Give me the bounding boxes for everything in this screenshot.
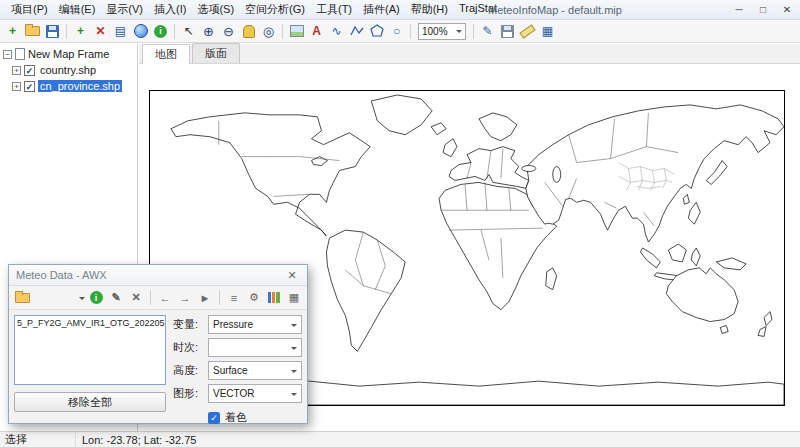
draw-ellipse-icon[interactable]: ○ — [387, 22, 406, 41]
toolbar-separator — [410, 24, 411, 39]
list-item[interactable]: 5_P_FY2G_AMV_IR1_OTG_20220520_0530.AWX — [17, 317, 163, 329]
list-icon[interactable]: ≡ — [225, 289, 243, 307]
next-time-icon[interactable]: → — [176, 289, 194, 307]
variable-value: Pressure — [213, 319, 253, 330]
layer-label[interactable]: country.shp — [38, 64, 98, 76]
status-mode: 选择 — [0, 432, 76, 447]
chevron-down-icon — [456, 30, 462, 36]
tab-layout[interactable]: 版面 — [192, 43, 240, 63]
pen-edit-icon[interactable]: ✎ — [478, 22, 497, 41]
level-select[interactable]: Surface — [208, 361, 302, 380]
open-project-icon[interactable] — [23, 22, 42, 41]
status-coordinates: Lon: -23.78; Lat: -32.75 — [76, 434, 202, 446]
info-glyph: i — [90, 291, 103, 304]
select-arrow-icon[interactable]: ↖ — [179, 22, 198, 41]
maximize-icon[interactable]: □ — [756, 4, 770, 15]
dialog-title-bar[interactable]: Meteo Data - AWX ✕ — [9, 265, 307, 286]
colored-checkbox[interactable] — [208, 412, 220, 424]
graphics-value: VECTOR — [213, 388, 255, 399]
open-data-icon[interactable] — [13, 289, 31, 307]
disk-glyph — [501, 25, 514, 38]
map-frame-label: New Map Frame — [28, 48, 109, 60]
meteo-data-dialog: Meteo Data - AWX ✕ i ✎ ✕ ← → ► ≡ ⚙ ▦ 5_P… — [8, 264, 308, 424]
folder-glyph — [15, 293, 30, 303]
dialog-body: 5_P_FY2G_AMV_IR1_OTG_20220520_0530.AWX 移… — [9, 310, 307, 425]
chevron-down-icon — [291, 370, 297, 376]
previous-time-icon[interactable]: ← — [156, 289, 174, 307]
menu-tools[interactable]: 工具(T) — [311, 0, 357, 19]
dialog-close-icon[interactable]: ✕ — [284, 269, 300, 282]
full-extent-icon[interactable]: ◎ — [259, 22, 278, 41]
chevron-down-icon — [291, 324, 297, 330]
image-icon[interactable] — [287, 22, 306, 41]
menu-view[interactable]: 显示(V) — [101, 0, 148, 19]
close-icon[interactable]: ✕ — [780, 4, 794, 15]
minimize-icon[interactable]: ─ — [732, 4, 746, 15]
zoom-level-combo[interactable]: 100% — [418, 23, 466, 40]
file-column: 5_P_FY2G_AMV_IR1_OTG_20220520_0530.AWX 移… — [14, 315, 166, 425]
text-label-icon[interactable]: A — [307, 22, 326, 41]
menu-insert[interactable]: 插入(I) — [149, 0, 191, 19]
data-grid-icon[interactable]: ▦ — [285, 289, 303, 307]
variable-label: 变量: — [173, 317, 203, 332]
grid-icon[interactable]: ▦ — [538, 22, 557, 41]
map-frame-node[interactable]: New Map Frame — [0, 46, 137, 62]
save-project-icon[interactable] — [43, 22, 62, 41]
data-file-list[interactable]: 5_P_FY2G_AMV_IR1_OTG_20220520_0530.AWX — [14, 315, 166, 385]
layer-node-cn-province[interactable]: cn_province.shp — [0, 78, 137, 94]
data-info-icon[interactable]: i — [87, 289, 105, 307]
animate-icon[interactable]: ► — [196, 289, 214, 307]
add-layer-icon[interactable]: + — [71, 22, 90, 41]
hand-glyph — [243, 25, 255, 38]
delete-icon[interactable]: ✕ — [127, 289, 145, 307]
info-icon[interactable]: i — [151, 22, 170, 41]
graphics-label: 图形: — [173, 386, 203, 401]
expand-icon[interactable] — [12, 82, 21, 91]
status-bar: 选择 Lon: -23.78; Lat: -32.75 — [0, 431, 800, 447]
draw-polygon-icon[interactable] — [367, 22, 386, 41]
polygon-glyph — [370, 24, 384, 38]
zoom-in-icon[interactable]: ⊕ — [199, 22, 218, 41]
layers-icon[interactable]: ▤ — [111, 22, 130, 41]
graphics-select[interactable]: VECTOR — [208, 384, 302, 403]
menu-bar: 项目(P) 编辑(E) 显示(V) 插入(I) 选项(S) 空间分析(G) 工具… — [6, 0, 502, 19]
toolbar-separator — [66, 24, 67, 39]
menu-plugins[interactable]: 插件(A) — [358, 0, 405, 19]
level-value: Surface — [213, 365, 247, 376]
layer-label[interactable]: cn_province.shp — [38, 80, 122, 92]
menu-project[interactable]: 项目(P) — [6, 0, 53, 19]
menu-options[interactable]: 选项(S) — [192, 0, 239, 19]
remove-layer-icon[interactable]: ✕ — [91, 22, 110, 41]
menu-help[interactable]: 帮助(H) — [406, 0, 453, 19]
map-frame-icon — [15, 48, 25, 60]
pan-icon[interactable] — [239, 22, 258, 41]
menu-spatial-analysis[interactable]: 空间分析(G) — [240, 0, 310, 19]
layer-node-country[interactable]: country.shp — [0, 62, 137, 78]
ruler-glyph — [519, 24, 535, 38]
globe-icon[interactable] — [131, 22, 150, 41]
level-label: 高度: — [173, 363, 203, 378]
edit-icon[interactable]: ✎ — [107, 289, 125, 307]
main-toolbar: + + ✕ ▤ i ↖ ⊕ ⊖ ◎ A ∿ ○ 100% ✎ ▦ — [0, 20, 800, 43]
settings-icon[interactable]: ⚙ — [245, 289, 263, 307]
chevron-down-icon[interactable] — [79, 297, 85, 303]
layer-checkbox[interactable] — [24, 65, 35, 76]
chart-icon[interactable] — [265, 289, 283, 307]
dialog-toolbar: i ✎ ✕ ← → ► ≡ ⚙ ▦ — [9, 286, 307, 310]
expand-icon[interactable] — [12, 66, 21, 75]
measure-icon[interactable] — [518, 22, 537, 41]
menu-edit[interactable]: 编辑(E) — [54, 0, 101, 19]
zoom-out-icon[interactable]: ⊖ — [219, 22, 238, 41]
tab-map[interactable]: 地图 — [142, 44, 190, 64]
draw-curve-icon[interactable]: ∿ — [327, 22, 346, 41]
variable-select[interactable]: Pressure — [208, 315, 302, 334]
remove-all-button[interactable]: 移除全部 — [14, 392, 166, 412]
field-column: 变量: Pressure 时次: 高度: Surface — [173, 315, 302, 425]
new-project-icon[interactable]: + — [3, 22, 22, 41]
time-select[interactable] — [208, 338, 302, 357]
collapse-icon[interactable] — [3, 50, 12, 59]
globe-glyph — [134, 24, 148, 38]
save-edits-icon[interactable] — [498, 22, 517, 41]
layer-checkbox[interactable] — [24, 81, 35, 92]
draw-polyline-icon[interactable] — [347, 22, 366, 41]
